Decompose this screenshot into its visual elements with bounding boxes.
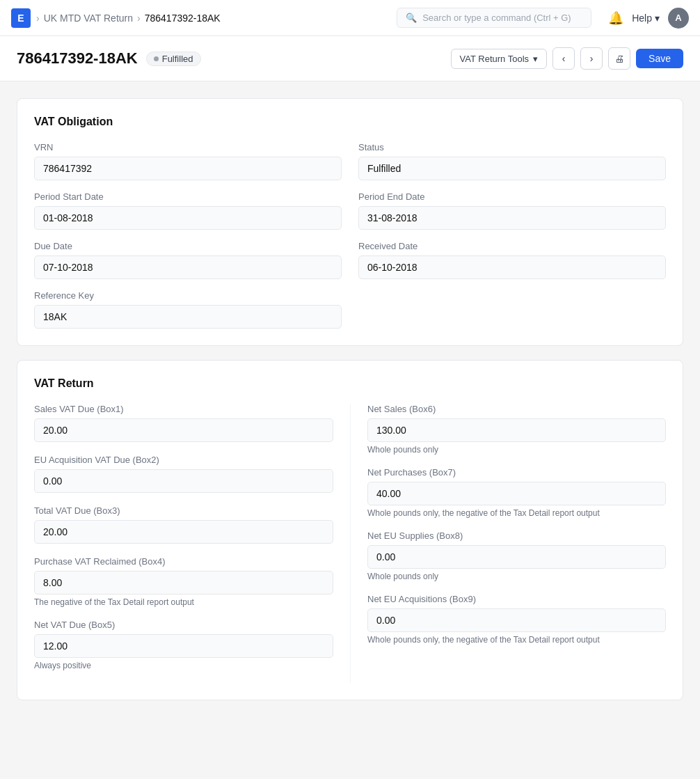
vat-field-label-right-0: Net Sales (Box6)	[367, 404, 666, 414]
vat-return-card: VAT Return Sales VAT Due (Box1)EU Acquis…	[17, 360, 683, 700]
vat-field-input-right-0[interactable]	[367, 418, 666, 442]
top-navigation: E › UK MTD VAT Return › 786417392-18AK 🔍…	[0, 0, 700, 36]
due-date-field-group: Due Date	[34, 241, 342, 279]
vrn-label: VRN	[34, 142, 342, 152]
print-button[interactable]: 🖨	[608, 47, 630, 70]
period-end-input[interactable]	[358, 206, 666, 230]
due-date-input[interactable]	[34, 255, 342, 279]
vat-field-left-0: Sales VAT Due (Box1)	[34, 404, 333, 442]
vat-field-label-left-3: Purchase VAT Reclaimed (Box4)	[34, 556, 333, 567]
status-label: Status	[358, 142, 666, 152]
vat-field-hint-right-0: Whole pounds only	[367, 445, 666, 455]
vat-field-input-left-1[interactable]	[34, 469, 333, 493]
help-button[interactable]: Help ▾	[632, 13, 660, 24]
search-placeholder-text: Search or type a command (Ctrl + G)	[422, 13, 571, 23]
vat-field-hint-left-4: Always positive	[34, 661, 333, 670]
main-content: VAT Obligation VRN Status Period Start D…	[0, 81, 700, 731]
breadcrumb-current-id: 786417392-18AK	[145, 13, 221, 24]
vat-field-right-2: Net EU Supplies (Box8)Whole pounds only	[367, 530, 666, 581]
ref-key-label: Reference Key	[34, 290, 342, 301]
vat-field-label-left-4: Net VAT Due (Box5)	[34, 620, 333, 630]
vat-field-left-1: EU Acquisition VAT Due (Box2)	[34, 455, 333, 493]
breadcrumb-uk-mtd[interactable]: UK MTD VAT Return	[44, 13, 133, 24]
vat-return-tools-button[interactable]: VAT Return Tools ▾	[451, 49, 547, 69]
breadcrumb-separator-2: ›	[137, 13, 141, 24]
app-logo[interactable]: E	[11, 8, 31, 28]
header-actions: VAT Return Tools ▾ ‹ › 🖨 Save	[451, 47, 683, 70]
vat-field-hint-right-3: Whole pounds only, the negative of the T…	[367, 635, 666, 645]
search-icon: 🔍	[406, 13, 417, 23]
period-start-input[interactable]	[34, 206, 342, 230]
page-title: 786417392-18AK	[17, 49, 138, 68]
vat-field-input-left-2[interactable]	[34, 520, 333, 544]
page-header: 786417392-18AK Fulfilled VAT Return Tool…	[0, 36, 700, 81]
status-badge: Fulfilled	[146, 52, 201, 66]
vat-return-left-column: Sales VAT Due (Box1)EU Acquisition VAT D…	[34, 404, 350, 683]
breadcrumb: › UK MTD VAT Return › 786417392-18AK	[36, 13, 221, 24]
vat-field-label-right-1: Net Purchases (Box7)	[367, 467, 666, 478]
vat-obligation-title: VAT Obligation	[34, 116, 666, 128]
vat-field-hint-left-3: The negative of the Tax Detail report ou…	[34, 597, 333, 607]
vat-field-label-right-2: Net EU Supplies (Box8)	[367, 530, 666, 541]
breadcrumb-separator: ›	[36, 13, 40, 24]
vat-field-input-left-4[interactable]	[34, 634, 333, 658]
vat-field-hint-right-1: Whole pounds only, the negative of the T…	[367, 508, 666, 518]
due-date-label: Due Date	[34, 241, 342, 251]
vat-tools-label: VAT Return Tools	[460, 54, 529, 64]
vat-field-input-left-0[interactable]	[34, 418, 333, 442]
avatar[interactable]: A	[668, 8, 689, 29]
vat-obligation-form: VRN Status Period Start Date Period End …	[34, 142, 666, 329]
chevron-down-icon: ▾	[533, 54, 538, 64]
ref-key-input[interactable]	[34, 305, 342, 329]
period-start-field-group: Period Start Date	[34, 191, 342, 230]
received-date-field-group: Received Date	[358, 241, 666, 279]
period-start-label: Period Start Date	[34, 191, 342, 202]
vat-field-label-left-0: Sales VAT Due (Box1)	[34, 404, 333, 414]
vat-field-input-left-3[interactable]	[34, 571, 333, 595]
vat-field-input-right-3[interactable]	[367, 608, 666, 632]
vat-field-right-0: Net Sales (Box6)Whole pounds only	[367, 404, 666, 455]
vat-return-title: VAT Return	[34, 377, 666, 390]
vrn-input[interactable]	[34, 157, 342, 180]
help-label: Help	[632, 13, 652, 24]
vat-field-left-2: Total VAT Due (Box3)	[34, 505, 333, 544]
status-input[interactable]	[358, 157, 666, 180]
vat-field-left-4: Net VAT Due (Box5)Always positive	[34, 620, 333, 670]
vat-field-label-right-3: Net EU Acquisitions (Box9)	[367, 594, 666, 604]
period-end-label: Period End Date	[358, 191, 666, 202]
status-label: Fulfilled	[162, 54, 193, 64]
vat-field-label-left-2: Total VAT Due (Box3)	[34, 505, 333, 516]
vat-field-right-3: Net EU Acquisitions (Box9)Whole pounds o…	[367, 594, 666, 645]
received-date-input[interactable]	[358, 255, 666, 279]
save-button[interactable]: Save	[636, 49, 683, 68]
vrn-field-group: VRN	[34, 142, 342, 180]
vat-return-right-column: Net Sales (Box6)Whole pounds onlyNet Pur…	[350, 404, 666, 683]
period-end-field-group: Period End Date	[358, 191, 666, 230]
vat-field-label-left-1: EU Acquisition VAT Due (Box2)	[34, 455, 333, 465]
vat-field-right-1: Net Purchases (Box7)Whole pounds only, t…	[367, 467, 666, 518]
vat-field-input-right-2[interactable]	[367, 545, 666, 569]
status-dot-icon	[154, 56, 159, 61]
vat-obligation-card: VAT Obligation VRN Status Period Start D…	[17, 98, 683, 346]
vat-field-left-3: Purchase VAT Reclaimed (Box4)The negativ…	[34, 556, 333, 607]
next-record-button[interactable]: ›	[580, 47, 603, 70]
chevron-down-icon: ▾	[655, 13, 660, 24]
vat-field-input-right-1[interactable]	[367, 482, 666, 505]
search-bar[interactable]: 🔍 Search or type a command (Ctrl + G)	[397, 8, 591, 28]
nav-right-actions: 🔔 Help ▾ A	[608, 8, 689, 29]
received-date-label: Received Date	[358, 241, 666, 251]
vat-field-hint-right-2: Whole pounds only	[367, 572, 666, 581]
ref-key-field-group: Reference Key	[34, 290, 342, 329]
vat-return-grid: Sales VAT Due (Box1)EU Acquisition VAT D…	[34, 404, 666, 683]
previous-record-button[interactable]: ‹	[552, 47, 575, 70]
notifications-button[interactable]: 🔔	[608, 10, 623, 26]
status-field-group: Status	[358, 142, 666, 180]
